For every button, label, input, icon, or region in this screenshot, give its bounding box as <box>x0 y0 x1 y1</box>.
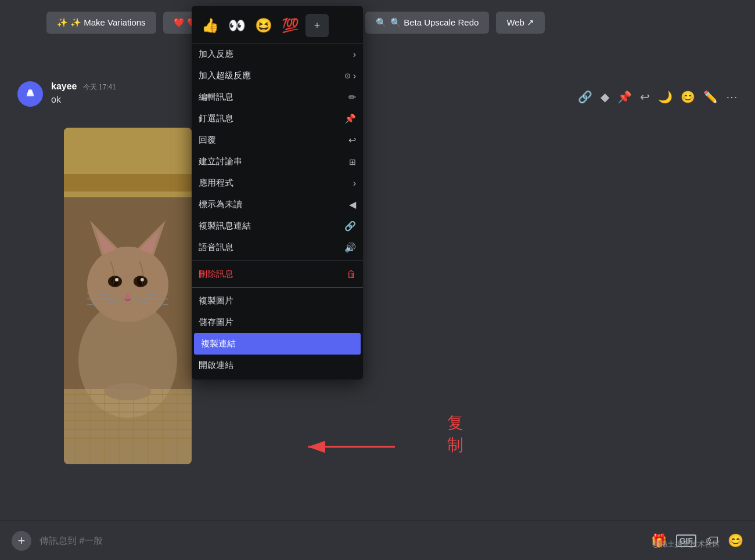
add-message-button[interactable]: + <box>12 531 31 551</box>
menu-item-label: 語音訊息 <box>199 242 233 253</box>
menu-item-label: 複製連結 <box>201 338 236 349</box>
pin-message-icon: 📌 <box>344 113 356 124</box>
menu-item-copy-link-highlighted[interactable]: 複製連結 <box>194 333 361 355</box>
menu-item-voice-message[interactable]: 語音訊息 🔊 <box>192 237 363 258</box>
avatar <box>17 81 43 107</box>
menu-item-apps[interactable]: 應用程式 › <box>192 172 363 194</box>
message-area: kayee 今天 17:41 ok <box>17 81 743 107</box>
menu-item-edit-message[interactable]: 編輯訊息 ✏ <box>192 86 363 108</box>
menu-item-mark-unread[interactable]: 標示為未讀 ◀ <box>192 194 363 215</box>
arrow-right-icon: › <box>353 49 356 60</box>
reply-message-icon: ↩ <box>348 135 356 146</box>
menu-item-label: 回覆 <box>199 135 216 146</box>
web-label: Web ↗ <box>506 17 534 28</box>
menu-item-label: 刪除訊息 <box>199 269 233 280</box>
menu-item-open-link[interactable]: 開啟連結 <box>192 355 363 376</box>
message-content: kayee 今天 17:41 ok <box>51 81 116 105</box>
make-variations-button[interactable]: ✨ ✨ Make Variations <box>46 12 156 34</box>
svg-point-1 <box>28 89 33 94</box>
menu-item-copy-image[interactable]: 複製圖片 <box>192 290 363 312</box>
svg-rect-4 <box>64 174 192 192</box>
menu-item-add-super-reaction[interactable]: 加入超級反應 ⊙› <box>192 65 363 86</box>
timestamp: 今天 17:41 <box>83 82 116 92</box>
menu-item-label: 編輯訊息 <box>199 92 233 103</box>
username: kayee <box>51 81 77 92</box>
menu-item-label: 儲存圖片 <box>199 317 233 328</box>
emoji-quick-row: 👍 👀 😆 💯 + <box>192 9 363 44</box>
svg-point-39 <box>105 383 151 400</box>
bottom-bar: + 🎁 GIF 🏷 😊 <box>0 521 755 560</box>
heart-icon: ❤️ <box>174 17 185 28</box>
message-meta: kayee 今天 17:41 <box>51 81 116 92</box>
emoji-icon[interactable]: 😊 <box>728 533 743 548</box>
menu-item-save-image[interactable]: 儲存圖片 <box>192 312 363 333</box>
laugh-emoji[interactable]: 😆 <box>252 14 275 37</box>
menu-item-delete-message[interactable]: 刪除訊息 🗑 <box>192 263 363 285</box>
unread-icon: ◀ <box>349 199 356 210</box>
menu-item-label: 複製圖片 <box>199 295 233 306</box>
thumbs-up-emoji[interactable]: 👍 <box>199 14 222 37</box>
annotation-text: 复制 <box>447 412 463 456</box>
menu-item-label: 建立討論串 <box>199 156 242 167</box>
menu-item-add-reaction[interactable]: 加入反應 › <box>192 44 363 65</box>
menu-item-copy-link[interactable]: 複製訊息連結 🔗 <box>192 215 363 237</box>
svg-point-15 <box>115 278 118 281</box>
menu-divider-2 <box>192 287 363 288</box>
beta-upscale-button[interactable]: 🔍 🔍 Beta Upscale Redo <box>365 12 489 34</box>
menu-item-label: 釘選訊息 <box>199 113 233 124</box>
menu-item-label: 加入超級反應 <box>199 70 251 81</box>
make-variations-label: ✨ Make Variations <box>70 17 146 28</box>
thread-icon: ⊞ <box>349 157 356 167</box>
cat-placeholder <box>64 128 192 464</box>
message-input[interactable] <box>39 536 643 546</box>
watermark-text: @稀土掘金技术社区 <box>652 540 720 548</box>
voice-icon: 🔊 <box>344 242 356 253</box>
annotation-arrow-svg <box>296 432 401 467</box>
eyes-emoji[interactable]: 👀 <box>225 14 249 37</box>
apps-arrow-icon: › <box>353 178 356 189</box>
context-menu: 👍 👀 😆 💯 + 加入反應 › 加入超級反應 ⊙› 編輯訊息 ✏ 釘選訊息 📌… <box>192 6 363 380</box>
web-button[interactable]: Web ↗ <box>496 12 545 34</box>
cat-svg <box>64 128 192 464</box>
message-text: ok <box>51 95 116 105</box>
message-row: kayee 今天 17:41 ok <box>17 81 743 107</box>
top-action-bar: ✨ ✨ Make Variations ❤️ ❤️ Favorite 🔍 🔍 B… <box>46 12 743 34</box>
menu-item-label: 應用程式 <box>199 178 233 189</box>
delete-icon: 🗑 <box>347 269 356 280</box>
menu-divider-1 <box>192 261 363 261</box>
menu-item-label: 加入反應 <box>199 49 233 60</box>
cat-image <box>64 128 192 464</box>
menu-item-label: 標示為未讀 <box>199 199 242 210</box>
menu-item-create-thread[interactable]: 建立討論串 ⊞ <box>192 151 363 172</box>
upscale-label: 🔍 Beta Upscale Redo <box>390 17 479 28</box>
hundred-emoji[interactable]: 💯 <box>279 14 302 37</box>
menu-item-label: 開啟連結 <box>199 360 233 371</box>
search-icon: 🔍 <box>376 17 387 28</box>
menu-item-pin-message[interactable]: 釘選訊息 📌 <box>192 108 363 129</box>
watermark: @稀土掘金技术社区 <box>652 539 720 550</box>
copy-link-icon: 🔗 <box>344 221 356 232</box>
super-reaction-icons: ⊙› <box>344 71 356 81</box>
svg-point-6 <box>87 247 168 322</box>
sparkle-icon: ✨ <box>57 17 68 28</box>
menu-item-reply[interactable]: 回覆 ↩ <box>192 129 363 151</box>
menu-item-label: 複製訊息連結 <box>199 221 251 232</box>
edit-message-icon: ✏ <box>348 92 356 103</box>
more-emoji-button[interactable]: + <box>305 14 329 37</box>
